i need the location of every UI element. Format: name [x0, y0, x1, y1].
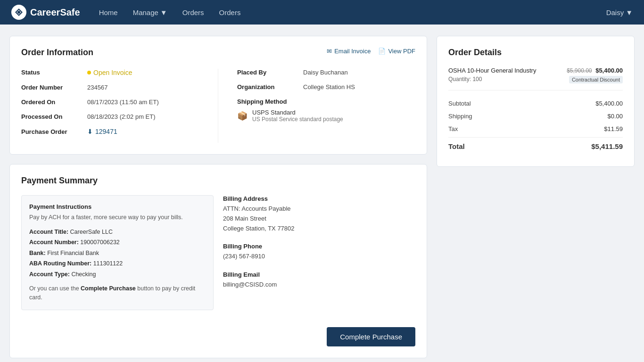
pdf-icon: 📄 [378, 48, 386, 55]
navbar: CareerSafe Home Manage ▼ Orders Orders D… [0, 0, 644, 25]
order-details-card: Order Details OSHA 10-Hour General Indus… [437, 36, 635, 167]
payment-credit-note: Or you can use the Complete Purchase but… [29, 284, 206, 302]
order-info-card: Order Information ✉ Email Invoice 📄 View… [9, 36, 427, 155]
nav-home[interactable]: Home [99, 1, 118, 24]
purchase-order-row: Purchase Order ⬇ 129471 [21, 128, 204, 135]
logo-text: CareerSafe [30, 7, 80, 18]
payment-instructions-detail: Account Title: CareerSafe LLC Account Nu… [29, 227, 206, 280]
shipping-section: Shipping Method 📦 USPS Standard US Posta… [237, 98, 415, 123]
payment-instructions-desc: Pay by ACH for a faster, more secure way… [29, 213, 206, 222]
shipping-icon: 📦 [237, 111, 248, 121]
shipping-row: Shipping $0.00 [448, 110, 623, 123]
logo-icon [11, 5, 26, 20]
complete-purchase-row: Complete Purchase [21, 327, 415, 346]
product-prices: $5,900.00 $5,400.00 Contractual Discount [567, 67, 623, 83]
discounted-price: $5,400.00 [595, 67, 623, 74]
nav-orders-1[interactable]: Orders [182, 1, 204, 24]
order-info-grid: Status Open Invoice Order Number 234567 … [21, 69, 415, 143]
order-info-left: Status Open Invoice Order Number 234567 … [21, 69, 218, 143]
billing-phone-row: Billing Phone (234) 567-8910 [223, 243, 415, 262]
svg-point-2 [17, 11, 20, 14]
payment-summary-card: Payment Summary Payment Instructions Pay… [9, 164, 427, 358]
email-invoice-link[interactable]: ✉ Email Invoice [327, 48, 371, 55]
download-icon: ⬇ [87, 128, 93, 135]
shipping-method: 📦 USPS Standard US Postal Service standa… [237, 109, 415, 123]
logo[interactable]: CareerSafe [11, 5, 80, 20]
view-pdf-link[interactable]: 📄 View PDF [378, 48, 415, 55]
billing-email-row: Billing Email billing@CSISD.com [223, 271, 415, 290]
email-icon: ✉ [327, 48, 332, 55]
billing-section: Billing Address ATTN: Accounts Payable 2… [223, 195, 415, 310]
main-content: Order Information ✉ Email Invoice 📄 View… [0, 25, 644, 362]
discount-badge: Contractual Discount [569, 76, 623, 83]
organization-row: Organization College Station HS [237, 83, 415, 90]
product-name: OSHA 10-Hour General Industry [448, 67, 536, 74]
nav-links: Home Manage ▼ Orders Orders [99, 1, 606, 24]
payment-instructions-title: Payment Instructions [29, 203, 206, 210]
status-badge: Open Invoice [87, 69, 132, 76]
payment-instructions-box: Payment Instructions Pay by ACH for a fa… [21, 195, 214, 310]
complete-purchase-button[interactable]: Complete Purchase [327, 327, 415, 346]
product-qty: Quantity: 100 [448, 76, 536, 82]
original-price: $5,900.00 [567, 67, 592, 74]
order-details-title: Order Details [448, 48, 623, 58]
left-panel: Order Information ✉ Email Invoice 📄 View… [9, 36, 427, 358]
billing-address-value: ATTN: Accounts Payable 208 Main Street C… [223, 204, 415, 233]
status-row: Status Open Invoice [21, 69, 204, 76]
status-dot [87, 71, 91, 74]
order-number-row: Order Number 234567 [21, 84, 204, 91]
billing-address-row: Billing Address ATTN: Accounts Payable 2… [223, 195, 415, 233]
nav-manage[interactable]: Manage ▼ [133, 1, 167, 24]
payment-summary-title: Payment Summary [21, 176, 415, 186]
purchase-order-link[interactable]: ⬇ 129471 [87, 128, 117, 135]
order-info-header: Order Information ✉ Email Invoice 📄 View… [21, 48, 415, 67]
user-menu[interactable]: Daisy ▼ [606, 8, 633, 16]
product-row: OSHA 10-Hour General Industry Quantity: … [448, 67, 623, 90]
tax-row: Tax $11.59 [448, 123, 623, 135]
ordered-on-row: Ordered On 08/17/2023 (11:50 am ET) [21, 99, 204, 106]
payment-inner: Payment Instructions Pay by ACH for a fa… [21, 195, 415, 346]
subtotal-row: Subtotal $5,400.00 [448, 97, 623, 110]
nav-orders-2[interactable]: Orders [219, 1, 241, 24]
placed-by-row: Placed By Daisy Buchanan [237, 69, 415, 76]
header-actions: ✉ Email Invoice 📄 View PDF [327, 48, 415, 55]
order-info-right: Placed By Daisy Buchanan Organization Co… [218, 69, 415, 143]
right-panel: Order Details OSHA 10-Hour General Indus… [437, 36, 635, 358]
processed-on-row: Processed On 08/18/2023 (2:02 pm ET) [21, 113, 204, 120]
total-row: Total $5,411.59 [448, 137, 623, 155]
order-info-title: Order Information [21, 48, 93, 58]
